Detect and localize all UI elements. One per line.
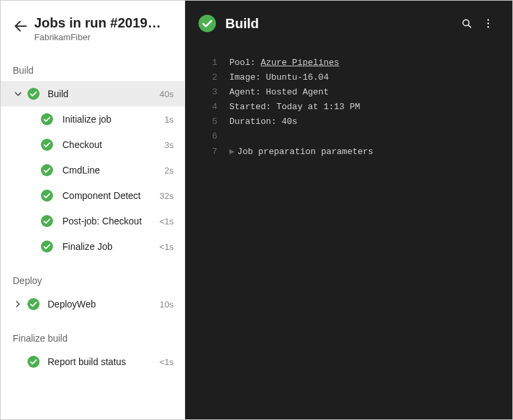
log-title: Build bbox=[225, 16, 456, 31]
log-line: 4Started: Today at 1:13 PM bbox=[197, 100, 500, 115]
job-row[interactable]: Build40s bbox=[1, 81, 184, 107]
svg-point-2 bbox=[41, 113, 53, 125]
success-check-icon bbox=[41, 113, 53, 125]
log-line: 5Duration: 40s bbox=[197, 115, 500, 129]
job-duration: 10s bbox=[160, 299, 174, 309]
project-name[interactable]: FabrikamFiber bbox=[34, 32, 168, 42]
step-row[interactable]: Post-job: Checkout<1s bbox=[1, 208, 184, 234]
step-row[interactable]: Finalize Job<1s bbox=[1, 234, 184, 259]
step-name: Checkout bbox=[62, 139, 160, 150]
line-number: 5 bbox=[197, 115, 217, 129]
section-label: Finalize build bbox=[1, 317, 184, 349]
search-button[interactable] bbox=[456, 13, 477, 34]
svg-point-1 bbox=[27, 88, 40, 100]
svg-point-9 bbox=[27, 356, 40, 368]
chevron-down-icon[interactable] bbox=[13, 88, 23, 99]
chevron-right-icon[interactable] bbox=[13, 299, 23, 309]
sidebar: Jobs in run #20191… FabrikamFiber BuildB… bbox=[1, 1, 185, 419]
job-name: DeployWeb bbox=[48, 299, 156, 309]
job-name: Report build status bbox=[48, 356, 156, 367]
job-row[interactable]: DeployWeb10s bbox=[1, 291, 184, 317]
back-arrow-icon[interactable] bbox=[13, 18, 29, 34]
line-number: 7 bbox=[197, 145, 217, 159]
log-line: 1Pool: Azure Pipelines bbox=[197, 56, 500, 70]
line-number: 3 bbox=[197, 85, 217, 100]
job-duration: 40s bbox=[160, 89, 174, 99]
log-panel: Build 1Pool: Azure Pipelines2Image: Ubun… bbox=[185, 1, 512, 419]
log-line: 2Image: Ubuntu-16.04 bbox=[197, 70, 500, 85]
step-name: Post-job: Checkout bbox=[62, 216, 156, 226]
success-check-icon bbox=[27, 298, 40, 310]
step-duration: 2s bbox=[164, 165, 174, 176]
step-name: Component Detect bbox=[62, 190, 156, 201]
log-header: Build bbox=[185, 1, 512, 40]
search-icon bbox=[461, 17, 473, 29]
page-title: Jobs in run #20191… bbox=[34, 15, 168, 31]
svg-point-14 bbox=[488, 23, 489, 24]
svg-point-5 bbox=[41, 190, 53, 202]
success-check-icon bbox=[198, 15, 216, 32]
step-name: Finalize Job bbox=[62, 241, 156, 252]
step-row[interactable]: CmdLine2s bbox=[1, 157, 184, 183]
step-duration: <1s bbox=[160, 216, 174, 226]
line-number: 4 bbox=[197, 100, 217, 115]
svg-point-13 bbox=[488, 19, 489, 21]
job-name: Build bbox=[48, 88, 156, 99]
more-options-button[interactable] bbox=[477, 13, 499, 34]
svg-point-8 bbox=[27, 298, 40, 310]
step-name: Initialize job bbox=[62, 114, 160, 125]
svg-point-7 bbox=[41, 240, 53, 253]
success-check-icon bbox=[41, 240, 53, 253]
success-check-icon bbox=[27, 356, 40, 368]
sidebar-header: Jobs in run #20191… FabrikamFiber bbox=[1, 1, 184, 49]
step-row[interactable]: Initialize job1s bbox=[1, 107, 184, 132]
job-duration: <1s bbox=[160, 357, 174, 367]
svg-line-12 bbox=[468, 25, 471, 27]
svg-point-15 bbox=[488, 26, 489, 27]
svg-point-3 bbox=[41, 139, 53, 151]
step-duration: 3s bbox=[164, 140, 174, 150]
job-row[interactable]: Report build status<1s bbox=[1, 349, 184, 374]
success-check-icon bbox=[27, 88, 40, 100]
log-link[interactable]: Azure Pipelines bbox=[261, 58, 339, 68]
step-row[interactable]: Component Detect32s bbox=[1, 183, 184, 208]
svg-point-10 bbox=[198, 15, 216, 32]
section-label: Deploy bbox=[1, 259, 184, 291]
svg-point-4 bbox=[41, 164, 53, 176]
caret-right-icon[interactable]: ▶ bbox=[229, 145, 235, 159]
success-check-icon bbox=[41, 190, 53, 202]
success-check-icon bbox=[41, 139, 53, 151]
step-duration: 1s bbox=[164, 115, 174, 125]
step-row[interactable]: Checkout3s bbox=[1, 132, 184, 157]
more-vertical-icon bbox=[482, 17, 494, 29]
success-check-icon bbox=[41, 215, 53, 227]
log-line: 7▶Job preparation parameters bbox=[197, 145, 500, 159]
step-name: CmdLine bbox=[62, 165, 160, 176]
step-duration: 32s bbox=[160, 191, 174, 201]
svg-point-6 bbox=[41, 215, 53, 227]
line-number: 6 bbox=[197, 129, 217, 144]
log-body[interactable]: 1Pool: Azure Pipelines2Image: Ubuntu-16.… bbox=[185, 40, 512, 176]
section-label: Build bbox=[1, 49, 184, 81]
line-number: 1 bbox=[197, 56, 217, 70]
step-duration: <1s bbox=[160, 242, 174, 252]
success-check-icon bbox=[41, 164, 53, 176]
log-line: 6 bbox=[197, 129, 500, 144]
line-number: 2 bbox=[197, 70, 217, 85]
log-line: 3Agent: Hosted Agent bbox=[197, 85, 500, 100]
